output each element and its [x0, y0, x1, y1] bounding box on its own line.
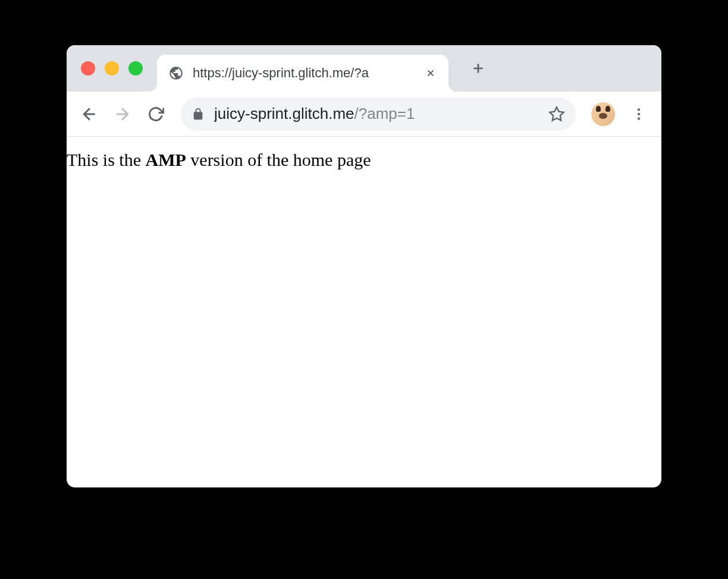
- page-content: This is the AMP version of the home page: [67, 137, 661, 183]
- lock-icon: [192, 108, 205, 121]
- browser-window: https://juicy-sprint.glitch.me/?a: [67, 45, 661, 487]
- page-text-after: version of the home page: [186, 150, 371, 169]
- forward-button[interactable]: [108, 100, 137, 128]
- minimize-window-button[interactable]: [105, 61, 119, 75]
- new-tab-button[interactable]: [465, 55, 491, 81]
- page-text-before: This is the: [67, 150, 146, 169]
- address-bar[interactable]: juicy-sprint.glitch.me/?amp=1: [181, 97, 576, 131]
- url-domain: juicy-sprint.glitch.me: [214, 105, 354, 122]
- close-window-button[interactable]: [81, 61, 95, 75]
- bookmark-star-icon[interactable]: [548, 106, 565, 122]
- svg-point-3: [638, 117, 640, 119]
- menu-button[interactable]: [625, 100, 653, 128]
- svg-point-1: [638, 108, 640, 111]
- tab-strip: https://juicy-sprint.glitch.me/?a: [67, 45, 661, 92]
- back-button[interactable]: [75, 100, 103, 128]
- url-text: juicy-sprint.glitch.me/?amp=1: [214, 105, 539, 123]
- browser-tab[interactable]: https://juicy-sprint.glitch.me/?a: [157, 55, 448, 92]
- page-text-bold: AMP: [146, 150, 186, 169]
- close-tab-button[interactable]: [423, 66, 438, 80]
- svg-point-2: [638, 112, 640, 115]
- profile-avatar[interactable]: [591, 102, 615, 126]
- maximize-window-button[interactable]: [128, 61, 143, 75]
- tab-title: https://juicy-sprint.glitch.me/?a: [193, 65, 415, 81]
- window-controls: [81, 61, 143, 75]
- svg-marker-0: [550, 107, 563, 120]
- url-query: /?amp=1: [354, 105, 415, 122]
- toolbar: juicy-sprint.glitch.me/?amp=1: [67, 92, 661, 137]
- globe-icon: [168, 65, 184, 81]
- reload-button[interactable]: [142, 100, 170, 128]
